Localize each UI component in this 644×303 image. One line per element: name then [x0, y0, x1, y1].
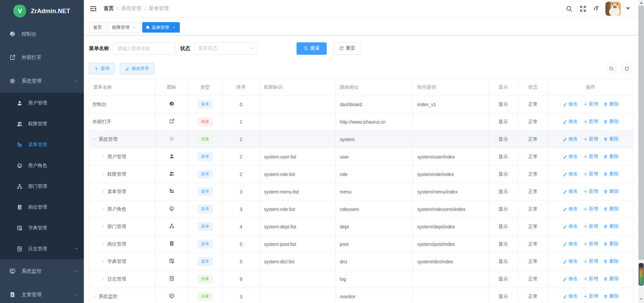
add-link[interactable]: 新增 — [583, 293, 598, 299]
chevron-right-icon[interactable] — [101, 155, 107, 159]
chevron-right-icon[interactable] — [101, 207, 107, 211]
reset-button[interactable]: 重置 — [333, 42, 361, 55]
delete-link[interactable]: 删除 — [603, 276, 619, 282]
edit-link[interactable]: 修改 — [563, 258, 578, 264]
modify-sort-button[interactable]: 修改排序 — [120, 63, 154, 74]
table-row[interactable]: 系统管理 目录 2 system 显示 正常 修改 新增 删除 — [89, 131, 633, 148]
delete-link[interactable]: 删除 — [603, 241, 619, 247]
edit-link[interactable]: 修改 — [563, 206, 578, 212]
menu-fold-icon[interactable] — [90, 5, 97, 12]
add-link[interactable]: 新增 — [583, 276, 598, 282]
breadcrumb-level1[interactable]: 系统管理 — [121, 5, 141, 12]
type-tag: 菜单 — [198, 257, 213, 265]
chevron-down-icon[interactable] — [93, 137, 99, 141]
table-header-row: 菜单名称 图标 类型 排序 权限标识 路由地址 组件路径 显示 状态 操作 — [89, 79, 633, 96]
delete-link[interactable]: 删除 — [603, 206, 619, 212]
table-row[interactable]: 菜单管理 菜单 3 system:menu:list menu system/m… — [89, 183, 633, 201]
delete-link[interactable]: 删除 — [603, 119, 619, 125]
chevron-right-icon[interactable] — [101, 172, 107, 176]
edit-link[interactable]: 修改 — [563, 119, 578, 125]
show-search-button[interactable] — [606, 63, 616, 74]
edit-link[interactable]: 修改 — [563, 188, 578, 194]
edit-link[interactable]: 修改 — [563, 293, 578, 299]
add-link[interactable]: 新增 — [583, 206, 598, 212]
add-link[interactable]: 新增 — [583, 188, 598, 194]
close-icon[interactable] — [132, 26, 136, 30]
sidebar-item-外部打开[interactable]: 外部打开 — [0, 46, 84, 69]
table-row[interactable]: 用户角色 菜单 3 system:role:list roleusers sys… — [89, 201, 633, 218]
sidebar-item-用户角色[interactable]: 用户角色 — [0, 155, 84, 176]
sidebar-item-控制台[interactable]: 控制台 — [0, 22, 84, 46]
sidebar-item-系统监控[interactable]: 系统监控 — [0, 259, 84, 283]
delete-link[interactable]: 删除 — [603, 154, 619, 160]
add-link[interactable]: 新增 — [583, 223, 598, 229]
delete-link[interactable]: 删除 — [603, 101, 619, 107]
chevron-right-icon[interactable] — [93, 295, 99, 298]
status-select[interactable]: 菜单状态 — [194, 42, 258, 55]
add-link[interactable]: 新增 — [583, 154, 598, 160]
font-size-icon[interactable]: TT — [593, 5, 598, 12]
delete-link[interactable]: 删除 — [603, 188, 619, 194]
tab-首页[interactable]: 首页 — [89, 22, 106, 33]
chevron-right-icon[interactable] — [101, 260, 107, 263]
sidebar-item-文章管理[interactable]: 文章管理 — [0, 283, 84, 303]
table-row[interactable]: 日志管理 目录 9 log 显示 正常 修改 新增 删除 — [89, 270, 633, 288]
refresh-table-button[interactable] — [622, 63, 632, 74]
table-row[interactable]: 岗位管理 菜单 5 system:post:list post system/p… — [89, 235, 633, 253]
table-row[interactable]: 外部打开 链接 1 http://www.izhaorui.cn 显示 正常 修… — [89, 113, 633, 131]
menu-name-input[interactable] — [113, 42, 175, 55]
sidebar-item-岗位管理[interactable]: 岗位管理 — [0, 197, 84, 218]
table-row[interactable]: 用户管理 菜单 2 system:user:list user system/u… — [89, 148, 633, 166]
sidebar-item-系统管理[interactable]: 系统管理 — [0, 69, 84, 93]
table-row[interactable]: 系统监控 目录 3 monitor 显示 正常 修改 新增 删除 — [89, 288, 633, 303]
table-row[interactable]: 字典管理 菜单 5 system:dict:list dict system/d… — [89, 253, 633, 270]
edit-link[interactable]: 修改 — [563, 276, 578, 282]
add-link[interactable]: 新增 — [583, 258, 598, 264]
tab-菜单管理[interactable]: 菜单管理 — [142, 22, 180, 33]
edit-link[interactable]: 修改 — [563, 241, 578, 247]
add-link[interactable]: 新增 — [583, 241, 598, 247]
delete-link[interactable]: 删除 — [603, 258, 619, 264]
scrollbar-down-arrow[interactable] — [638, 296, 644, 302]
sidebar-item-菜单管理[interactable]: 菜单管理 — [0, 134, 84, 155]
sidebar-item-日志管理[interactable]: 日志管理 — [0, 239, 84, 259]
delete-link[interactable]: 删除 — [603, 223, 619, 229]
avatar[interactable] — [605, 2, 621, 16]
delete-link[interactable]: 删除 — [603, 171, 619, 177]
sidebar-item-用户管理[interactable]: 用户管理 — [0, 93, 84, 114]
edit-link[interactable]: 修改 — [563, 136, 578, 142]
tab-权限管理[interactable]: 权限管理 — [108, 22, 140, 33]
sidebar-item-权限管理[interactable]: 权限管理 — [0, 114, 84, 134]
edit-link[interactable]: 修改 — [563, 154, 578, 160]
search-icon[interactable] — [566, 5, 573, 12]
user-menu-caret-icon[interactable] — [626, 7, 630, 10]
sidebar-item-字典管理[interactable]: 字典管理 — [0, 218, 84, 239]
chevron-right-icon[interactable] — [101, 225, 107, 228]
table-row[interactable]: 部门管理 菜单 4 system:dept:list dept system/d… — [89, 218, 633, 235]
table-row[interactable]: 控制台 菜单 0 dashboard index_v1 显示 正常 修改 新增 … — [89, 96, 633, 113]
fullscreen-icon[interactable] — [580, 5, 586, 12]
search-button[interactable]: 搜索 — [297, 42, 327, 55]
breadcrumb-home[interactable]: 首页 — [104, 5, 114, 12]
page-scrollbar[interactable] — [638, 0, 644, 303]
chevron-right-icon[interactable] — [101, 242, 107, 246]
table-row[interactable]: 权限管理 菜单 2 system:role:list role system/r… — [89, 166, 633, 183]
add-link[interactable]: 新增 — [583, 119, 598, 125]
sidebar-item-部门管理[interactable]: 部门管理 — [0, 176, 84, 197]
close-icon[interactable] — [172, 26, 176, 30]
chevron-right-icon[interactable] — [101, 190, 107, 193]
add-button[interactable]: 新增 — [89, 63, 115, 74]
delete-icon — [603, 207, 608, 211]
edit-link[interactable]: 修改 — [563, 223, 578, 229]
app-logo[interactable]: V ZrAdmin.NET — [0, 0, 84, 22]
edit-link[interactable]: 修改 — [563, 171, 578, 177]
scrollbar-thumb[interactable] — [638, 6, 644, 260]
edit-link[interactable]: 修改 — [563, 101, 578, 107]
chevron-right-icon[interactable] — [101, 277, 107, 281]
delete-link[interactable]: 删除 — [603, 136, 619, 142]
add-link[interactable]: 新增 — [583, 171, 598, 177]
add-link[interactable]: 新增 — [583, 136, 598, 142]
delete-link[interactable]: 删除 — [603, 293, 619, 299]
add-link[interactable]: 新增 — [583, 101, 598, 107]
scrollbar-up-arrow[interactable] — [638, 0, 644, 6]
